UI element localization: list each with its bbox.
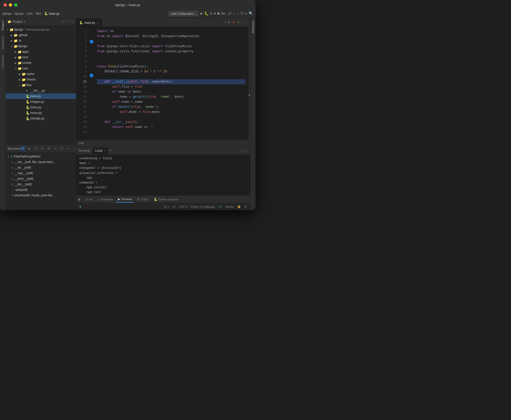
add-configuration-button[interactable]: Add Configuration... bbox=[168, 11, 198, 16]
django-label: django bbox=[18, 44, 27, 48]
struct-method-size[interactable]: ⋮ size(self) bbox=[6, 187, 76, 193]
tree-item-github[interactable]: ▶ 📁 .github bbox=[6, 32, 76, 38]
close-button[interactable] bbox=[4, 3, 7, 7]
nav-up-icon[interactable]: ↑ bbox=[241, 20, 243, 24]
tree-item-checks[interactable]: ▶ 📁 checks bbox=[6, 77, 76, 82]
coverage-icon[interactable]: ⊙ bbox=[210, 11, 212, 16]
stop-icon[interactable]: ■ bbox=[217, 12, 219, 16]
git-push-icon[interactable]: ↑ bbox=[233, 12, 235, 16]
code-content[interactable]: import os from io import BytesIO, String… bbox=[94, 27, 248, 140]
tree-item-base-py[interactable]: ▶ 🐍 base.py bbox=[6, 93, 76, 99]
status-lock-icon[interactable]: 🔒 bbox=[237, 205, 241, 208]
terminal-minimize-icon[interactable]: — bbox=[246, 149, 248, 153]
debug-icon[interactable]: 🐛 bbox=[204, 11, 209, 16]
struct-method-repr[interactable]: ≡ __repr__(self) bbox=[6, 170, 76, 176]
status-position[interactable]: 11:1 bbox=[164, 205, 169, 208]
tree-item-move-py[interactable]: ▶ 🐍 move.py bbox=[6, 110, 76, 116]
breadcrumb-item-files[interactable]: files bbox=[36, 12, 41, 15]
collapse-all-icon[interactable]: ⤡ bbox=[65, 20, 68, 24]
bottom-tab-terminal[interactable]: ▶ Terminal bbox=[116, 196, 134, 203]
struct-method-bool[interactable]: ≡ __bool__(self) bbox=[6, 176, 76, 181]
tree-item-init-py[interactable]: ▶ ≡ __init__.py bbox=[6, 88, 76, 93]
tree-item-images-py[interactable]: ▶ 🐍 images.py bbox=[6, 99, 76, 104]
minimize-panel-icon[interactable]: — bbox=[72, 20, 74, 23]
status-settings-icon[interactable]: ⚙ bbox=[244, 205, 247, 208]
git-revert-icon[interactable]: ↩ bbox=[245, 11, 247, 16]
tree-item-tx[interactable]: ▶ 📁 .tx bbox=[6, 38, 76, 43]
tab-close-icon[interactable]: × bbox=[97, 21, 99, 24]
git-branch-icon[interactable]: ⎇ bbox=[227, 11, 231, 16]
tree-item-core[interactable]: ▾ 📁 core bbox=[6, 66, 76, 71]
git-history-icon[interactable]: ⏱ bbox=[240, 12, 244, 16]
bottom-tab-python-console[interactable]: 🐍 Python Console bbox=[152, 196, 180, 203]
breadcrumb-item-django2[interactable]: django bbox=[15, 12, 24, 15]
struct-expand-icon: ▾ bbox=[8, 155, 9, 158]
breadcrumb-item-core[interactable]: core bbox=[27, 12, 33, 15]
tree-item-cache[interactable]: ▶ 📁 cache bbox=[6, 71, 76, 77]
status-interpreter[interactable]: Python 3.9 (django) bbox=[191, 205, 215, 208]
profile-icon[interactable]: ⊕ bbox=[214, 11, 216, 16]
tree-arrow-files: ▾ bbox=[18, 84, 22, 87]
window-controls[interactable] bbox=[4, 3, 17, 7]
struct-method-chunks-label: chunks(self, chunk_size=No... bbox=[14, 194, 55, 197]
sidebar-tab-database[interactable]: Database bbox=[0, 33, 5, 52]
tree-item-files[interactable]: ▾ 📁 files bbox=[6, 82, 76, 88]
struct-method-len[interactable]: ≡ __len__(self) bbox=[6, 181, 76, 187]
term-line-8: npm test bbox=[79, 190, 247, 195]
breadcrumb-current-file[interactable]: 🐍 base.py bbox=[44, 12, 60, 15]
status-line-ending[interactable]: LF bbox=[172, 205, 176, 208]
struct-more-icon[interactable]: ⋯ bbox=[66, 146, 71, 151]
bottom-tab-git[interactable]: ⎇ Git bbox=[82, 196, 94, 203]
expand-struct-icon[interactable]: ⤢ bbox=[53, 146, 58, 151]
sidebar-tab-project[interactable]: Project bbox=[0, 18, 5, 33]
collapse-struct-icon[interactable]: ⤡ bbox=[59, 146, 65, 151]
terminal-content[interactable]: usedevelop = false deps = changedir = {t… bbox=[76, 155, 250, 195]
status-branch[interactable]: master bbox=[225, 205, 234, 208]
struct-method-chunks[interactable]: ≡ chunks(self, chunk_size=No... bbox=[6, 193, 76, 198]
terminal-more-icon[interactable]: ⋯ bbox=[242, 148, 244, 153]
bottom-tab-todo[interactable]: ☰ TODO bbox=[135, 196, 151, 203]
terminal-add-tab-icon[interactable]: + bbox=[109, 148, 112, 153]
tag-icon[interactable]: 🏷 bbox=[33, 146, 39, 151]
gutter-breakpoint[interactable]: 🔵 bbox=[89, 39, 94, 44]
right-sidebar-tab-structure[interactable]: Structure bbox=[250, 18, 255, 36]
gutter-19-bp[interactable]: 🔵 bbox=[89, 73, 94, 78]
tree-item-conf[interactable]: ▶ 📁 conf bbox=[6, 55, 76, 60]
tree-root[interactable]: ▾ 📁 django ~/Workspace/django bbox=[6, 27, 76, 32]
terminal-icon[interactable]: ⌨ bbox=[40, 146, 45, 151]
more-options-icon[interactable]: ⋯ bbox=[69, 20, 71, 24]
minimize-button[interactable] bbox=[9, 3, 12, 7]
tree-item-apps[interactable]: ▶ 📁 apps bbox=[6, 49, 76, 55]
terminal-tab-close-icon[interactable]: × bbox=[104, 149, 106, 152]
scrollbar-indicator[interactable] bbox=[248, 27, 250, 140]
struct-method-init[interactable]: ≡ __init__(self, file, name=Non... bbox=[6, 159, 76, 165]
tree-item-storage-py[interactable]: ▶ 🐍 storage.py bbox=[6, 116, 76, 121]
file-tree: ▾ 📁 django ~/Workspace/django ▶ 📁 .githu… bbox=[6, 26, 76, 144]
maximize-button[interactable] bbox=[14, 3, 17, 7]
struct-class-item[interactable]: ▾ C File(FileProxyMixin) bbox=[6, 154, 76, 159]
git-fetch-icon[interactable]: ↓ bbox=[236, 12, 238, 16]
bottom-tab-problems[interactable]: ⚠ Problems bbox=[95, 196, 115, 203]
breadcrumb-item-django[interactable]: django bbox=[3, 12, 12, 15]
diamond-icon[interactable]: ◆ bbox=[27, 146, 32, 151]
expand-all-icon[interactable]: ⤢ bbox=[61, 20, 64, 24]
run-icon[interactable]: ▶ bbox=[200, 11, 202, 16]
collapse-icon[interactable]: ⊞ bbox=[46, 146, 52, 151]
alpha-sort-icon[interactable]: AZ bbox=[20, 146, 25, 151]
terminal-tabs-left: Terminal: Local × + bbox=[78, 147, 112, 154]
tree-item-locks-py[interactable]: ▶ 🐍 locks.py bbox=[6, 104, 76, 110]
status-encoding[interactable]: UTF-8 bbox=[179, 205, 187, 208]
struct-method-str[interactable]: ≡ __str__(self) bbox=[6, 165, 76, 170]
tree-item-contrib[interactable]: ▶ 📁 contrib bbox=[6, 60, 76, 66]
gutter-10 bbox=[89, 35, 94, 39]
terminal-tab-local[interactable]: Local × bbox=[93, 147, 108, 154]
line-num-14: 14 bbox=[76, 94, 87, 99]
nav-down-icon[interactable]: ↓ bbox=[245, 20, 247, 24]
tree-item-django[interactable]: ▾ 📁 django bbox=[6, 43, 76, 49]
sidebar-tab-favorites[interactable]: Favorites bbox=[0, 52, 5, 71]
editor-tab-base-py[interactable]: 🐍 base.py × bbox=[76, 18, 102, 27]
method-icon-3: ≡ bbox=[12, 172, 13, 175]
branch-icon[interactable]: ⎇ bbox=[218, 205, 222, 208]
status-logo[interactable]: V bbox=[79, 205, 81, 208]
search-icon[interactable]: 🔍 bbox=[249, 11, 253, 16]
